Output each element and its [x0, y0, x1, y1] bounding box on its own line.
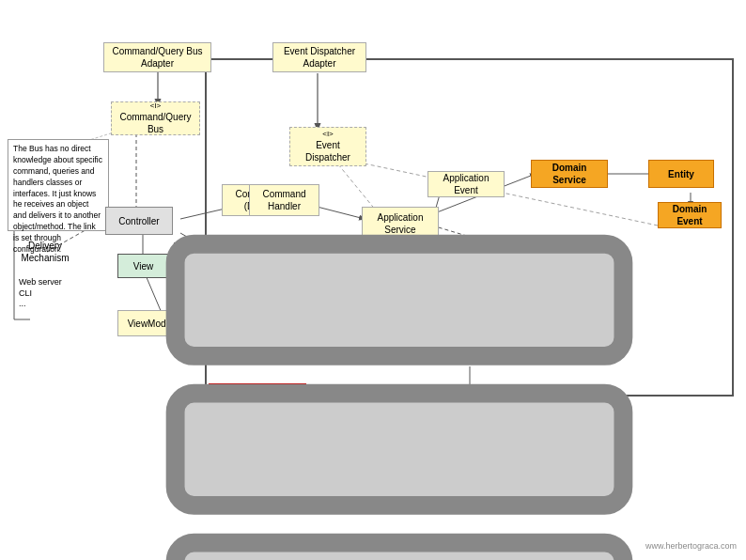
application-event: Application Event — [427, 171, 505, 197]
domain-service: Domain Service — [531, 160, 608, 188]
watermark: www.herbertograca.com — [645, 541, 737, 551]
svg-rect-29 — [176, 394, 624, 506]
server-icon — [26, 207, 53, 235]
entity: Entity — [648, 160, 714, 188]
event-dispatcher: <I>EventDispatcher — [289, 127, 366, 166]
svg-rect-28 — [176, 244, 624, 356]
diagram: Application Core — [0, 0, 746, 560]
svg-rect-30 — [176, 543, 624, 560]
command-query-bus-adapter: Command/Query Bus Adapter — [103, 42, 211, 72]
command-query-bus: <I>Command/QueryBus — [111, 101, 200, 135]
event-dispatcher-adapter: Event Dispatcher Adapter — [272, 42, 366, 72]
